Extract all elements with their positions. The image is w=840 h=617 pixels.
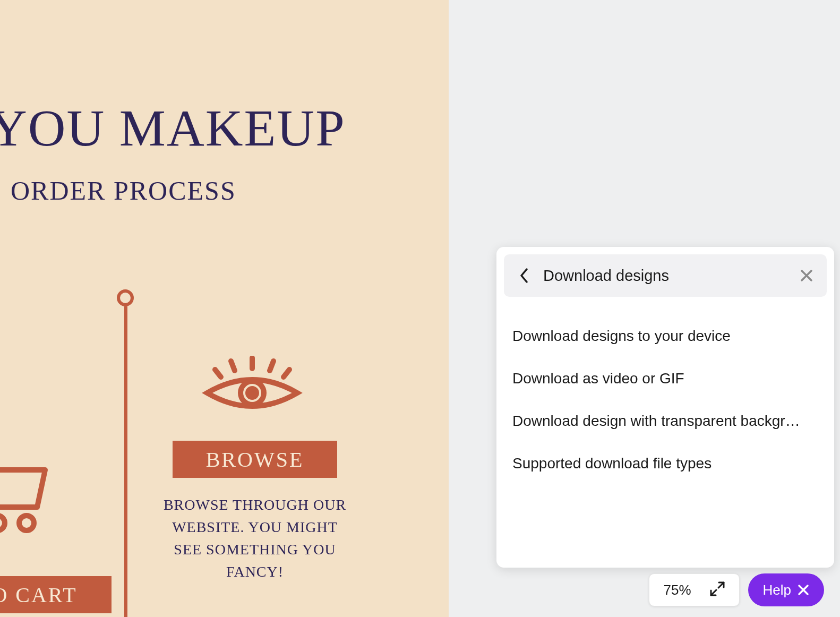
fullscreen-button[interactable] <box>709 581 725 599</box>
cart-icon[interactable] <box>0 462 53 538</box>
svg-line-3 <box>215 370 221 377</box>
timeline-node-icon[interactable] <box>117 289 134 306</box>
help-panel: Download designs Download designs to you… <box>496 247 834 568</box>
close-icon <box>798 584 809 596</box>
help-button-label: Help <box>763 582 791 598</box>
browse-button-label: BROWSE <box>206 447 304 472</box>
help-item-download-video[interactable]: Download as video or GIF <box>512 357 818 400</box>
svg-point-6 <box>248 389 256 397</box>
help-items-list: Download designs to your device Download… <box>496 304 834 495</box>
design-title[interactable]: YOU MAKEUP <box>0 98 346 158</box>
svg-line-2 <box>270 361 273 371</box>
help-panel-header: Download designs <box>504 254 827 297</box>
expand-icon <box>709 581 725 597</box>
chevron-left-icon <box>519 268 529 284</box>
help-button[interactable]: Help <box>748 573 824 606</box>
svg-point-8 <box>19 516 34 530</box>
zoom-level: 75% <box>663 582 691 598</box>
browse-description[interactable]: BROWSE THROUGH OUR WEBSITE. YOU MIGHT SE… <box>157 494 353 583</box>
timeline-line-icon[interactable] <box>124 306 127 617</box>
help-item-file-types[interactable]: Supported download file types <box>512 442 818 485</box>
help-item-download-transparent[interactable]: Download design with transparent backgr… <box>512 400 818 442</box>
svg-line-1 <box>231 361 235 371</box>
close-icon <box>800 269 813 282</box>
close-button[interactable] <box>799 268 814 283</box>
browse-button[interactable]: BROWSE <box>173 441 337 478</box>
add-to-cart-button[interactable]: O CART <box>0 576 112 613</box>
help-panel-title: Download designs <box>543 267 669 285</box>
svg-line-4 <box>284 370 289 377</box>
svg-point-7 <box>0 516 5 530</box>
design-canvas[interactable]: YOU MAKEUP ORDER PROCESS BROWSE BROWSE T… <box>0 0 449 617</box>
design-subtitle[interactable]: ORDER PROCESS <box>11 175 236 206</box>
cart-button-label: O CART <box>0 582 78 607</box>
eye-icon[interactable] <box>202 356 303 422</box>
back-button[interactable] <box>517 268 532 283</box>
help-item-download-device[interactable]: Download designs to your device <box>512 315 818 357</box>
bottom-toolbar: 75% Help <box>649 573 824 606</box>
zoom-control[interactable]: 75% <box>649 573 739 606</box>
